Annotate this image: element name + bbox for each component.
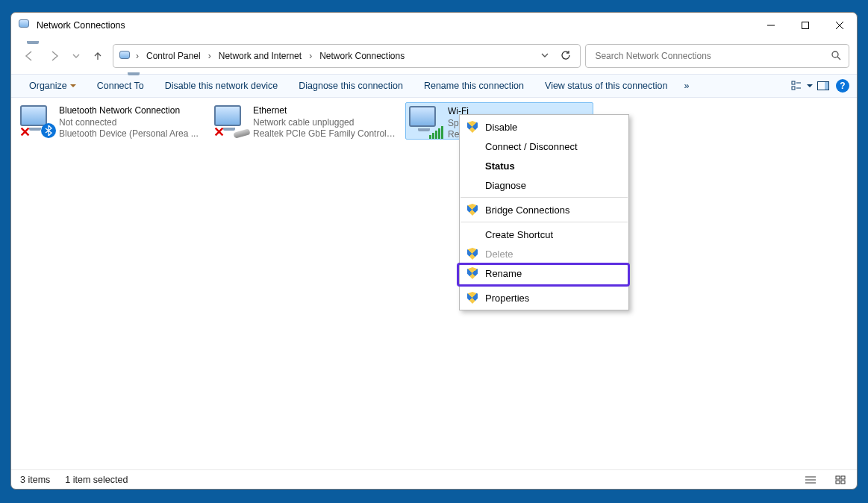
chevron-right-icon: ›	[207, 51, 213, 61]
window-title: Network Connections	[37, 20, 125, 31]
wifi-signal-icon	[429, 126, 443, 139]
view-status-button[interactable]: View status of this connection	[534, 75, 678, 97]
adapter-icon: ✕	[20, 105, 53, 135]
context-menu: Disable Connect / Disconnect Status Diag…	[459, 114, 629, 310]
large-icons-view-button[interactable]	[833, 475, 848, 484]
status-bar: 3 items 1 item selected	[11, 469, 857, 489]
svg-rect-16	[841, 476, 845, 479]
svg-rect-7	[792, 87, 795, 90]
menu-separator	[460, 222, 628, 222]
menu-item-connect-disconnect[interactable]: Connect / Disconnect	[460, 137, 628, 156]
breadcrumb-item[interactable]: Control Panel	[143, 51, 204, 61]
svg-rect-18	[841, 481, 845, 484]
history-dropdown[interactable]	[69, 46, 83, 66]
menu-item-delete: Delete	[460, 244, 628, 263]
close-button[interactable]	[822, 13, 857, 37]
breadcrumb-item[interactable]: Network and Internet	[216, 51, 305, 61]
search-icon[interactable]	[831, 50, 841, 63]
refresh-button[interactable]	[556, 50, 575, 63]
menu-separator	[460, 285, 628, 286]
preview-pane-button[interactable]	[815, 75, 831, 97]
adapter-status: Not connected	[59, 117, 199, 129]
bluetooth-icon	[41, 123, 56, 138]
rename-connection-button[interactable]: Rename this connection	[413, 75, 534, 97]
svg-rect-6	[792, 81, 795, 84]
organize-label: Organize	[29, 81, 67, 91]
navigation-bar: › Control Panel › Network and Internet ›…	[11, 38, 857, 74]
network-connections-window: Network Connections › Con	[10, 12, 858, 490]
menu-item-diagnose[interactable]: Diagnose	[460, 175, 628, 195]
disconnected-icon: ✕	[19, 126, 31, 138]
disable-device-button[interactable]: Disable this network device	[154, 75, 288, 97]
menu-item-rename[interactable]: Rename	[460, 263, 628, 283]
view-options-dropdown[interactable]	[805, 75, 815, 97]
address-dropdown[interactable]	[537, 51, 553, 61]
organize-menu[interactable]: Organize	[19, 75, 87, 97]
shield-icon	[466, 292, 479, 304]
shield-icon	[466, 121, 479, 133]
menu-separator	[460, 197, 628, 198]
location-icon	[119, 51, 130, 61]
help-button[interactable]: ?	[836, 79, 849, 93]
back-button[interactable]	[19, 46, 40, 66]
maximize-button[interactable]	[788, 13, 822, 37]
diagnose-connection-button[interactable]: Diagnose this connection	[288, 75, 413, 97]
app-icon	[19, 19, 31, 31]
address-bar[interactable]: › Control Panel › Network and Internet ›…	[113, 44, 581, 68]
status-item-count: 3 items	[20, 475, 50, 485]
svg-rect-11	[825, 82, 828, 90]
adapter-status: Network cable unplugged	[253, 117, 396, 129]
status-selection: 1 item selected	[65, 475, 128, 485]
svg-rect-15	[836, 476, 840, 479]
menu-item-status[interactable]: Status	[460, 156, 628, 175]
svg-point-4	[832, 51, 838, 57]
menu-item-bridge[interactable]: Bridge Connections	[460, 200, 628, 219]
view-options-button[interactable]	[788, 75, 805, 97]
menu-item-properties[interactable]: Properties	[460, 288, 628, 307]
svg-line-5	[837, 57, 840, 60]
adapter-name: Bluetooth Network Connection	[59, 105, 199, 117]
adapter-name: Ethernet	[253, 105, 396, 117]
search-box[interactable]	[585, 44, 849, 68]
chevron-right-icon: ›	[307, 51, 313, 61]
minimize-button[interactable]	[754, 13, 788, 37]
up-button[interactable]	[87, 46, 108, 66]
adapter-item-bluetooth[interactable]: ✕ Bluetooth Network Connection Not conne…	[17, 102, 205, 140]
adapter-device: Bluetooth Device (Personal Area ...	[59, 128, 199, 140]
adapter-list: ✕ Bluetooth Network Connection Not conne…	[11, 98, 857, 469]
adapter-item-ethernet[interactable]: ✕ Ethernet Network cable unplugged Realt…	[211, 102, 399, 140]
shield-icon	[466, 248, 479, 260]
disconnected-icon: ✕	[213, 126, 225, 138]
details-view-button[interactable]	[803, 475, 818, 484]
breadcrumb-item[interactable]: Network Connections	[316, 51, 408, 61]
shield-icon	[466, 204, 479, 216]
shield-icon	[466, 267, 479, 279]
menu-item-disable[interactable]: Disable	[460, 117, 628, 137]
search-input[interactable]	[593, 50, 826, 62]
connect-to-button[interactable]: Connect To	[87, 75, 154, 97]
command-bar: Organize Connect To Disable this network…	[11, 74, 857, 98]
adapter-icon	[409, 106, 442, 136]
menu-item-create-shortcut[interactable]: Create Shortcut	[460, 225, 628, 244]
svg-rect-1	[802, 22, 809, 29]
adapter-icon: ✕	[214, 105, 247, 135]
toolbar-overflow[interactable]: »	[678, 75, 695, 97]
chevron-right-icon: ›	[134, 51, 140, 61]
adapter-device: Realtek PCIe GbE Family Controller	[253, 128, 396, 140]
titlebar: Network Connections	[11, 13, 857, 38]
svg-rect-17	[836, 481, 840, 484]
ethernet-icon	[233, 128, 250, 138]
forward-button[interactable]	[44, 46, 65, 66]
